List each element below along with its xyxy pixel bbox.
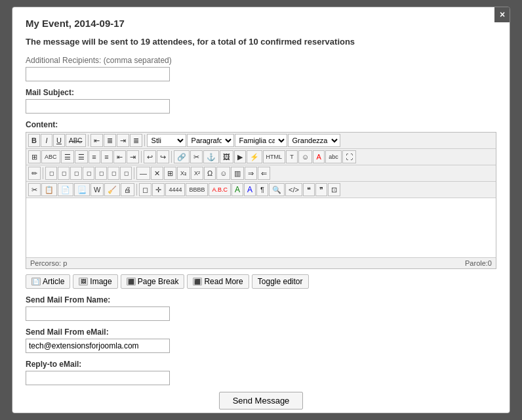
superscript-button[interactable]: X² — [191, 167, 203, 180]
html-button[interactable]: HTML — [263, 150, 286, 163]
toggle-editor-button[interactable]: Toggle editor — [252, 274, 309, 289]
tb-r3-5[interactable]: ◻ — [95, 167, 107, 180]
list-type3[interactable]: ≡ — [101, 150, 113, 163]
list-unordered-button[interactable]: ☰ — [61, 150, 74, 163]
indent-button[interactable]: ⇥ — [127, 150, 139, 163]
tb-r3-7[interactable]: ◻ — [120, 167, 132, 180]
remove-button[interactable]: ✕ — [151, 167, 163, 180]
send-from-name-input[interactable] — [26, 306, 170, 321]
tb-btn-2[interactable]: ABC — [41, 150, 60, 163]
underline-button[interactable]: U — [53, 134, 65, 147]
cut-button[interactable]: ✂ — [28, 183, 41, 196]
italic-button[interactable]: I — [41, 134, 52, 147]
copy-button[interactable]: 📋 — [41, 183, 57, 196]
tb-r3-1[interactable]: ◻ — [45, 167, 57, 180]
separator-5 — [43, 167, 43, 179]
tb-r3-2[interactable]: ◻ — [58, 167, 70, 180]
reply-to-label: Reply-to eMail: — [26, 360, 496, 369]
list-ordered-button[interactable]: ☰ — [75, 150, 88, 163]
show-button[interactable]: BBBB — [186, 183, 208, 196]
link-button[interactable]: 🔗 — [174, 150, 190, 163]
align-center-button[interactable]: ≣ — [104, 134, 116, 147]
pagebreak-button[interactable]: ⬛ Page Break — [121, 274, 185, 289]
font-color2[interactable]: A.B.C — [209, 183, 231, 196]
editor-textarea[interactable] — [26, 198, 496, 257]
send-message-button[interactable]: Send Message — [219, 392, 304, 410]
drag-button[interactable]: ✛ — [152, 183, 165, 196]
tb-r3-6[interactable]: ◻ — [108, 167, 119, 180]
image-button[interactable]: 🖼 — [220, 150, 233, 163]
article-button[interactable]: 📄 Article — [26, 274, 70, 289]
ltr-button[interactable]: ⇒ — [245, 167, 257, 180]
edit-button[interactable]: ✏ — [28, 167, 41, 180]
paste-button[interactable]: 📄 — [58, 183, 73, 196]
font-select[interactable]: Famiglia caratt — [235, 134, 287, 147]
smiley-button[interactable]: ☺ — [216, 167, 230, 180]
redo-button[interactable]: ↪ — [157, 150, 169, 163]
code-button[interactable]: </> — [285, 183, 302, 196]
quote-open[interactable]: ❝ — [303, 183, 315, 196]
reply-to-group: Reply-to eMail: — [26, 360, 496, 385]
outdent-button[interactable]: ⇤ — [113, 150, 126, 163]
additional-recipients-label: Additional Recipients: (comma separated) — [26, 56, 496, 65]
size-select[interactable]: Grandezza car — [288, 134, 340, 147]
unlink-button[interactable]: ✂ — [190, 150, 203, 163]
article-icon: 📄 — [31, 278, 41, 285]
preview-button[interactable]: 🔍 — [269, 183, 285, 196]
additional-recipients-input[interactable] — [26, 67, 170, 81]
content-group: Content: B I U ABC ⇤ ≣ ⇥ ≣ Stli Paragraf… — [26, 120, 496, 289]
hr-button[interactable]: — — [136, 167, 150, 180]
strikethrough-button[interactable]: ABC — [66, 134, 86, 147]
media-button[interactable]: ▶ — [234, 150, 246, 163]
list-type2[interactable]: ≡ — [89, 150, 100, 163]
anchor-button[interactable]: ⚓ — [203, 150, 219, 163]
align-justify-button[interactable]: ≣ — [130, 134, 142, 147]
separator-7 — [136, 184, 137, 196]
align-right-button[interactable]: ⇥ — [117, 134, 129, 147]
reply-to-input[interactable] — [26, 371, 170, 385]
cleanup-button[interactable]: 🧹 — [104, 183, 120, 196]
template-button[interactable]: T — [286, 150, 298, 163]
tb-r3-4[interactable]: ◻ — [83, 167, 94, 180]
pagebreak-icon: ⬛ — [127, 278, 136, 285]
readmore-label: Read More — [204, 277, 243, 286]
subscript-button[interactable]: X₂ — [177, 167, 190, 180]
source-button[interactable]: ⊡ — [328, 183, 340, 196]
font-b[interactable]: A — [244, 183, 256, 196]
select-button[interactable]: ◻ — [139, 183, 151, 196]
send-from-name-group: Send Mail From Name: — [26, 295, 496, 321]
mail-subject-input[interactable] — [26, 99, 170, 114]
tb-r3-3[interactable]: ◻ — [70, 167, 82, 180]
rtl-button[interactable]: ⇐ — [258, 167, 270, 180]
paste-text-button[interactable]: 📃 — [74, 183, 90, 196]
color-button[interactable]: A — [313, 150, 325, 163]
tb-btn-1[interactable]: ⊞ — [28, 150, 41, 163]
paste-word-button[interactable]: W — [90, 183, 104, 196]
send-from-email-input[interactable] — [26, 339, 170, 353]
special-char-button[interactable]: Ω — [204, 167, 216, 180]
image-insert-button[interactable]: 🖼 Image — [73, 274, 117, 289]
table-button[interactable]: ⊞ — [164, 167, 176, 180]
emote-button[interactable]: ☺ — [298, 150, 312, 163]
align-left-button[interactable]: ⇤ — [90, 134, 103, 147]
toolbar-row-1: B I U ABC ⇤ ≣ ⇥ ≣ Stli Paragrafo Famigli… — [26, 133, 496, 149]
readmore-button[interactable]: ⬛ Read More — [187, 274, 249, 289]
article-label: Article — [43, 277, 64, 286]
undo-button[interactable]: ↩ — [144, 150, 156, 163]
spellcheck-button[interactable]: abc — [325, 150, 342, 163]
quote-close[interactable]: ❞ — [315, 183, 327, 196]
pagebreak-label: Page Break — [138, 277, 179, 286]
separator-2 — [144, 135, 145, 146]
print-button[interactable]: 🖨 — [121, 183, 134, 196]
bold-button[interactable]: B — [28, 134, 40, 147]
col-button[interactable]: ▥ — [231, 167, 244, 180]
style-select[interactable]: Stli — [147, 134, 186, 147]
fullscreen-button[interactable]: ⛶ — [342, 150, 356, 163]
find-button[interactable]: 4444 — [165, 183, 185, 196]
font-a[interactable]: A — [231, 183, 243, 196]
paragraph-select[interactable]: Paragrafo — [187, 134, 234, 147]
flash-button[interactable]: ⚡ — [247, 150, 262, 163]
content-label: Content: — [26, 120, 496, 129]
close-button[interactable]: × — [494, 7, 510, 22]
pilcrow-button[interactable]: ¶ — [256, 183, 268, 196]
